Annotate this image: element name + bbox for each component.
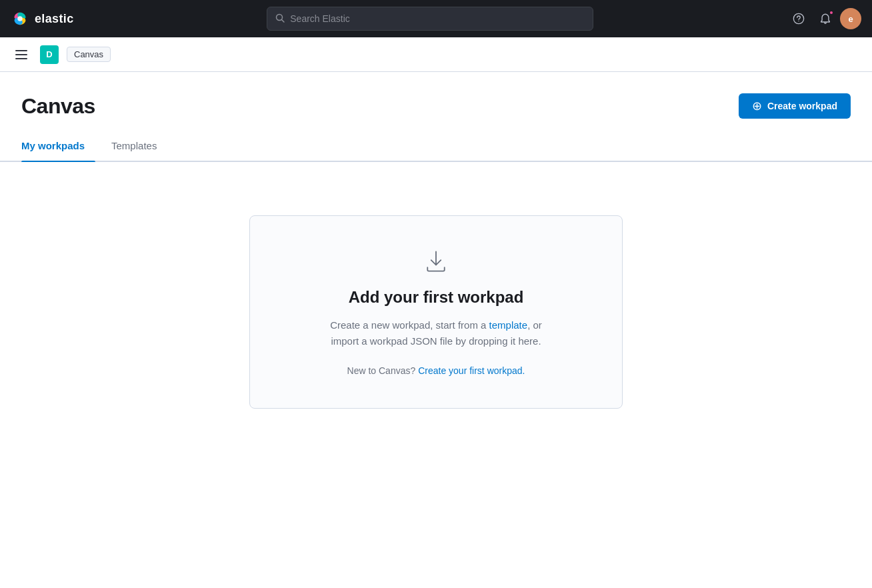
help-icon bbox=[793, 13, 805, 25]
tabs-container: My workpads Templates bbox=[0, 119, 872, 162]
tab-my-workpads[interactable]: My workpads bbox=[21, 135, 95, 161]
svg-point-4 bbox=[17, 16, 22, 21]
create-plus-icon: ⊕ bbox=[752, 100, 762, 112]
download-icon bbox=[290, 248, 582, 275]
empty-state-container: Add your first workpad Create a new work… bbox=[0, 162, 872, 462]
breadcrumb: Canvas bbox=[67, 47, 111, 62]
app-indicator: D bbox=[40, 45, 59, 64]
svg-point-7 bbox=[793, 13, 803, 23]
empty-state-description: Create a new workpad, start from a templ… bbox=[290, 317, 582, 349]
svg-point-8 bbox=[798, 21, 799, 21]
template-link[interactable]: template bbox=[489, 319, 528, 331]
create-workpad-label: Create workpad bbox=[767, 101, 837, 111]
menu-line-2 bbox=[15, 54, 27, 55]
page-header: Canvas ⊕ Create workpad bbox=[0, 72, 872, 119]
secondary-nav: D Canvas bbox=[0, 37, 872, 72]
elastic-logo-icon bbox=[11, 9, 29, 28]
notifications-button[interactable] bbox=[813, 7, 837, 31]
tab-templates[interactable]: Templates bbox=[111, 135, 167, 161]
svg-line-6 bbox=[282, 19, 285, 22]
create-workpad-button[interactable]: ⊕ Create workpad bbox=[739, 93, 851, 119]
main-content: Canvas ⊕ Create workpad My workpads Temp… bbox=[0, 72, 872, 588]
search-icon bbox=[275, 13, 285, 25]
empty-state-footer: New to Canvas? Create your first workpad… bbox=[290, 365, 582, 376]
topbar: elastic Search Elastic bbox=[0, 0, 872, 37]
search-placeholder: Search Elastic bbox=[290, 13, 349, 24]
empty-state-title: Add your first workpad bbox=[290, 288, 582, 307]
menu-button[interactable] bbox=[11, 44, 32, 65]
page-title: Canvas bbox=[21, 94, 95, 119]
empty-state-card: Add your first workpad Create a new work… bbox=[249, 215, 623, 409]
notification-dot bbox=[829, 10, 834, 15]
help-button[interactable] bbox=[787, 7, 811, 31]
menu-line-3 bbox=[15, 58, 27, 59]
user-avatar[interactable]: e bbox=[840, 8, 861, 29]
topbar-actions: e bbox=[787, 7, 861, 31]
search-bar[interactable]: Search Elastic bbox=[267, 7, 593, 31]
elastic-logo[interactable]: elastic bbox=[11, 9, 74, 28]
create-first-workpad-link[interactable]: Create your first workpad. bbox=[418, 365, 525, 376]
search-bar-wrapper: Search Elastic bbox=[82, 7, 779, 31]
elastic-logo-text: elastic bbox=[35, 12, 74, 26]
menu-line-1 bbox=[15, 50, 27, 51]
